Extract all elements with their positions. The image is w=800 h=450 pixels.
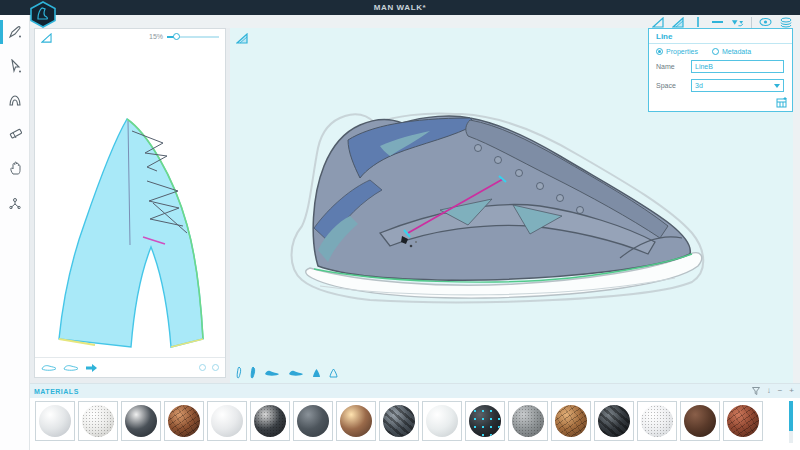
material-sphere-icon — [383, 405, 415, 437]
app-logo-icon[interactable] — [28, 1, 58, 28]
pattern-panel-footer — [35, 357, 225, 377]
line-style-dropdown-icon[interactable] — [731, 16, 744, 28]
name-field-row: Name — [656, 59, 785, 76]
material-sphere-icon — [641, 405, 673, 437]
material-sphere-icon — [426, 405, 458, 437]
eraser-tool[interactable] — [0, 117, 30, 151]
pan-tool[interactable] — [0, 151, 30, 185]
materials-title: MATERIALS — [34, 388, 79, 395]
materials-panel: MATERIALS ↓ − + — [28, 383, 800, 450]
material-thumb-gray-speckled[interactable] — [508, 401, 548, 441]
zoom-slider-knob[interactable] — [173, 33, 180, 40]
material-thumb-black-woven[interactable] — [594, 401, 634, 441]
material-sphere-icon — [469, 405, 501, 437]
expand-plus-icon[interactable]: + — [789, 387, 794, 395]
right-gutter — [793, 28, 800, 383]
metadata-radio[interactable]: Metadata — [712, 48, 751, 55]
vertical-line-icon[interactable] — [691, 16, 704, 28]
radio-icon[interactable] — [712, 48, 719, 55]
shoe-3d-toggle-icon[interactable] — [85, 363, 98, 373]
material-sphere-icon — [254, 405, 286, 437]
zoom-slider[interactable] — [167, 36, 219, 38]
material-thumb-black-sparkle[interactable] — [250, 401, 290, 441]
material-sphere-icon — [39, 405, 71, 437]
material-sphere-icon — [340, 405, 372, 437]
material-thumb-tan-cracked-leather[interactable] — [551, 401, 591, 441]
material-thumb-dark-tread-rubber[interactable] — [379, 401, 419, 441]
layers-icon[interactable] — [779, 16, 792, 28]
axis-tool[interactable] — [0, 185, 30, 219]
properties-radio-label: Properties — [666, 48, 698, 55]
pattern-panel-header: 15% — [35, 29, 225, 47]
pen-tool[interactable] — [0, 15, 30, 49]
material-thumb-black-cyan-dots[interactable] — [465, 401, 505, 441]
scrollbar-thumb[interactable] — [789, 401, 793, 431]
sole-outline-2-icon[interactable] — [63, 363, 79, 372]
properties-radio[interactable]: Properties — [656, 48, 698, 55]
chevron-down-icon — [774, 84, 780, 88]
material-thumb-rust-textured[interactable] — [723, 401, 763, 441]
material-sphere-icon — [297, 405, 329, 437]
name-input[interactable] — [691, 60, 784, 73]
materials-strip — [35, 401, 763, 445]
flatten-triangle-icon[interactable] — [651, 16, 664, 28]
circle-toggle-2-icon[interactable] — [212, 364, 219, 371]
circle-toggle-1-icon[interactable] — [199, 364, 206, 371]
select-tool[interactable] — [0, 49, 30, 83]
materials-scrollbar[interactable] — [789, 401, 793, 443]
visibility-eye-icon[interactable] — [759, 16, 772, 28]
zoom-control: 15% — [149, 33, 219, 40]
left-toolbar — [0, 15, 30, 450]
zoom-value-label: 15% — [149, 33, 163, 40]
material-thumb-white-canvas[interactable] — [78, 401, 118, 441]
flatten-triangle-icon[interactable] — [41, 33, 52, 43]
pattern-piece-drawing[interactable] — [35, 47, 225, 357]
material-sphere-icon — [168, 405, 200, 437]
curve-tool[interactable] — [0, 83, 30, 117]
material-sphere-icon — [598, 405, 630, 437]
pattern-2d-panel: 15% — [34, 28, 226, 378]
add-to-table-icon[interactable] — [776, 97, 788, 108]
toe-view-icon[interactable] — [329, 368, 338, 378]
metadata-radio-label: Metadata — [722, 48, 751, 55]
collapse-minus-icon[interactable]: − — [778, 387, 783, 395]
material-sphere-icon — [125, 405, 157, 437]
shoe-side-view-icon[interactable] — [264, 368, 280, 377]
space-select-value: 3d — [695, 82, 703, 89]
material-thumb-white-gloss[interactable] — [422, 401, 462, 441]
sole-outline-icon[interactable] — [41, 363, 57, 372]
material-thumb-dark-brown-matte[interactable] — [680, 401, 720, 441]
document-title: MAN WALK* — [0, 3, 800, 12]
heel-view-icon[interactable] — [312, 368, 321, 378]
material-thumb-slate-matte[interactable] — [293, 401, 333, 441]
canvas-view-toggles — [236, 366, 338, 379]
toolbar-separator — [751, 17, 752, 28]
name-field-label: Name — [656, 63, 675, 70]
material-sphere-icon — [684, 405, 716, 437]
stroke-width-icon[interactable] — [711, 16, 724, 28]
materials-header: MATERIALS ↓ − + — [28, 384, 800, 398]
application-window: MAN WALK* — [0, 0, 800, 450]
material-sphere-icon — [512, 405, 544, 437]
space-field-label: Space — [656, 82, 676, 89]
top-toolbar — [651, 15, 792, 29]
material-thumb-white-speckled[interactable] — [637, 401, 677, 441]
sort-down-icon[interactable]: ↓ — [767, 387, 771, 395]
hatched-triangle-icon[interactable] — [671, 16, 684, 28]
line-panel-title: Line — [649, 29, 792, 44]
space-select[interactable]: 3d — [691, 79, 784, 92]
insole-filled-view-icon[interactable] — [250, 366, 256, 379]
line-properties-panel: Line Properties Metadata Name Space 3d — [648, 28, 793, 112]
top-bar: MAN WALK* — [0, 0, 800, 15]
material-thumb-bronze-gloss[interactable] — [336, 401, 376, 441]
radio-icon[interactable] — [656, 48, 663, 55]
material-thumb-light-gray-leather[interactable] — [35, 401, 75, 441]
material-sphere-icon — [727, 405, 759, 437]
filter-funnel-icon[interactable] — [752, 387, 760, 395]
material-thumb-black-gloss[interactable] — [121, 401, 161, 441]
shoe-side-view-2-icon[interactable] — [288, 368, 304, 377]
materials-header-icons: ↓ − + — [752, 387, 794, 395]
material-thumb-copper-leather[interactable] — [164, 401, 204, 441]
insole-top-view-icon[interactable] — [236, 366, 242, 379]
material-thumb-white-smooth[interactable] — [207, 401, 247, 441]
